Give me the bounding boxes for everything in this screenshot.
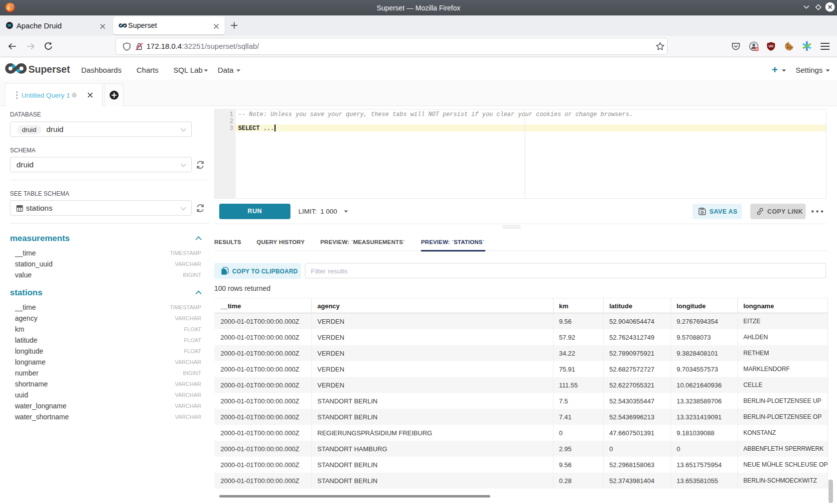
svg-text:UO: UO — [769, 44, 774, 48]
